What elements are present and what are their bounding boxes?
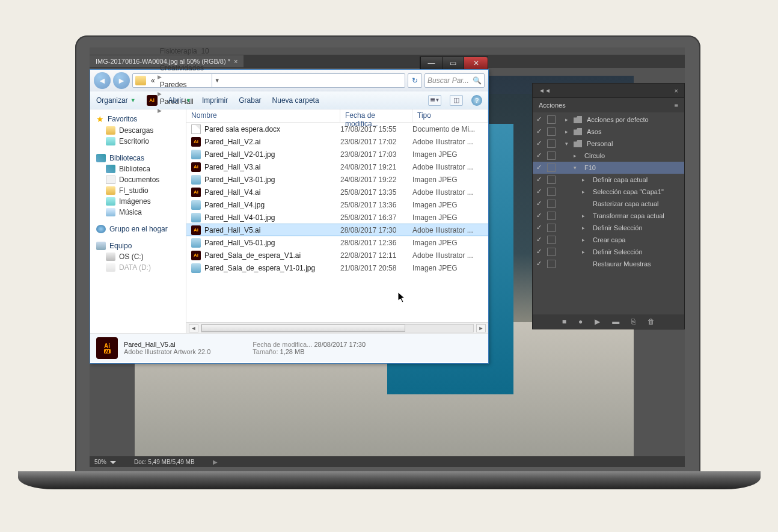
- sidebar-item-images[interactable]: Imágenes: [93, 196, 183, 207]
- dialog-toggle[interactable]: [547, 236, 556, 244]
- stop-icon[interactable]: ■: [562, 317, 566, 326]
- close-icon[interactable]: ×: [675, 87, 678, 94]
- panel-menu-icon[interactable]: ≡: [675, 102, 678, 109]
- burn-button[interactable]: Grabar: [239, 96, 261, 105]
- dialog-toggle[interactable]: [547, 248, 556, 256]
- dialog-toggle[interactable]: [547, 139, 556, 148]
- search-input[interactable]: Buscar Par... 🔍: [424, 73, 485, 88]
- action-item[interactable]: ✓▸Definir Selección: [533, 222, 684, 234]
- trash-icon[interactable]: 🗑: [648, 317, 655, 326]
- file-row[interactable]: Pared_Hall_V2-01.jpg23/08/2017 17:03Imag…: [186, 148, 488, 161]
- refresh-button[interactable]: ↻: [408, 73, 422, 88]
- file-row[interactable]: AiPared_Hall_V5.ai28/08/2017 17:30Adobe …: [186, 224, 488, 236]
- disclosure-icon[interactable]: ▸: [582, 177, 588, 183]
- close-button[interactable]: ✕: [464, 57, 488, 69]
- sidebar-favorites[interactable]: ★Favoritos: [93, 113, 183, 125]
- sidebar-item-flstudio[interactable]: Fl_studio: [93, 185, 183, 196]
- new-folder-button[interactable]: Nueva carpeta: [272, 96, 319, 105]
- disclosure-icon[interactable]: ▸: [574, 153, 580, 159]
- dialog-toggle[interactable]: [547, 188, 556, 196]
- dialog-toggle[interactable]: [547, 200, 556, 208]
- column-type[interactable]: Tipo: [412, 109, 488, 122]
- minimize-button[interactable]: —: [420, 57, 442, 69]
- disclosure-icon[interactable]: ▸: [565, 129, 571, 135]
- preview-pane-button[interactable]: ◫: [450, 95, 463, 106]
- zoom-level[interactable]: 50%: [94, 459, 116, 465]
- disclosure-icon[interactable]: ▸: [582, 225, 588, 231]
- action-item[interactable]: ✓▸Selección capa "Capa1": [533, 186, 684, 198]
- sidebar-computer[interactable]: Equipo: [93, 240, 183, 251]
- file-row[interactable]: Pared_Hall_V4-01.jpg25/08/2017 16:37Imag…: [186, 211, 488, 224]
- disclosure-icon[interactable]: ▸: [582, 213, 588, 219]
- sidebar-item-datad[interactable]: DATA (D:): [93, 262, 183, 273]
- action-item[interactable]: ✓▾Personal: [533, 138, 684, 150]
- dialog-toggle[interactable]: [547, 260, 556, 268]
- action-item[interactable]: ✓▸Definir capa actual: [533, 174, 684, 186]
- open-menu[interactable]: Abrir ▼: [168, 96, 191, 105]
- sidebar-item-library[interactable]: Biblioteca: [93, 164, 183, 174]
- record-icon[interactable]: ●: [578, 317, 583, 326]
- column-name[interactable]: Nombre: [186, 109, 340, 122]
- file-row[interactable]: Pared_Sala_de_espera_V1-01.jpg21/08/2017…: [186, 261, 488, 274]
- sidebar-homegroup[interactable]: Grupo en el hogar: [93, 224, 183, 234]
- action-item[interactable]: ✓▸Transformar capa actual: [533, 210, 684, 222]
- column-date[interactable]: Fecha de modifica...: [340, 109, 412, 122]
- file-row[interactable]: Pared_Hall_V5-01.jpg28/08/2017 12:36Imag…: [186, 236, 488, 249]
- breadcrumb-overflow[interactable]: «: [149, 76, 158, 85]
- file-row[interactable]: AiPared_Sala_de_espera_V1.ai22/08/2017 1…: [186, 249, 488, 261]
- dialog-toggle[interactable]: [547, 151, 556, 160]
- breadcrumb-dropdown[interactable]: ▼: [212, 74, 222, 87]
- disclosure-icon[interactable]: ▾: [574, 165, 580, 171]
- action-item[interactable]: ✓Restaurar Muestras: [533, 258, 684, 270]
- file-row[interactable]: Pared_Hall_V3-01.jpg24/08/2017 19:22Imag…: [186, 173, 488, 186]
- print-button[interactable]: Imprimir: [202, 96, 228, 105]
- scroll-left-icon[interactable]: ◄: [189, 324, 198, 332]
- file-row[interactable]: AiPared_Hall_V4.ai25/08/2017 13:35Adobe …: [186, 186, 488, 198]
- panel-collapse-icons[interactable]: ◄◄: [539, 87, 551, 94]
- action-item[interactable]: ✓▸Acciones por defecto: [533, 114, 684, 126]
- organize-menu[interactable]: Organizar ▼: [96, 96, 136, 105]
- sidebar-item-documents[interactable]: Documentos: [93, 174, 183, 185]
- disclosure-icon[interactable]: ▸: [565, 117, 571, 123]
- dialog-toggle[interactable]: [547, 224, 556, 232]
- action-item[interactable]: ✓▾F10: [533, 162, 684, 174]
- close-icon[interactable]: ×: [234, 58, 237, 65]
- action-item[interactable]: ✓▸Definir Selección: [533, 246, 684, 258]
- view-mode-button[interactable]: ≣▼: [428, 95, 441, 106]
- disclosure-icon[interactable]: ▸: [582, 249, 588, 255]
- dialog-toggle[interactable]: [547, 127, 556, 136]
- scroll-right-icon[interactable]: ►: [476, 324, 486, 332]
- file-row[interactable]: AiPared_Hall_V2.ai23/08/2017 17:02Adobe …: [186, 135, 488, 148]
- dialog-toggle[interactable]: [547, 115, 556, 124]
- new-action-icon[interactable]: ⎘: [631, 317, 636, 326]
- action-item[interactable]: ✓▸Circulo: [533, 150, 684, 162]
- sidebar-item-music[interactable]: Música: [93, 207, 183, 218]
- scrollbar-track[interactable]: [201, 324, 474, 332]
- nav-back-button[interactable]: ◄: [94, 72, 111, 89]
- scrollbar-thumb[interactable]: [201, 325, 405, 332]
- maximize-button[interactable]: ▭: [442, 57, 464, 69]
- sidebar-libraries[interactable]: Bibliotecas: [93, 153, 183, 164]
- status-arrow-icon[interactable]: ▶: [213, 459, 218, 465]
- action-item[interactable]: ✓▸Crear capa: [533, 234, 684, 246]
- file-row[interactable]: Pared sala espera.docx17/08/2017 15:55Do…: [186, 123, 488, 135]
- horizontal-scrollbar[interactable]: ◄ ►: [186, 322, 488, 333]
- sidebar-item-desktop[interactable]: Escritorio: [93, 136, 183, 147]
- disclosure-icon[interactable]: ▾: [565, 141, 571, 147]
- help-button[interactable]: ?: [471, 95, 482, 106]
- folder-icon[interactable]: ▬: [612, 317, 619, 326]
- disclosure-icon[interactable]: ▸: [582, 189, 588, 195]
- file-row[interactable]: Pared_Hall_V4.jpg25/08/2017 13:36Imagen …: [186, 198, 488, 211]
- nav-forward-button[interactable]: ►: [113, 72, 130, 89]
- play-icon[interactable]: ▶: [595, 317, 600, 326]
- breadcrumb[interactable]: « Fisioterapia_10▶Creatividades▶Paredes▶…: [132, 73, 405, 88]
- action-item[interactable]: ✓▸Asos: [533, 126, 684, 138]
- dialog-toggle[interactable]: [547, 164, 556, 172]
- sidebar-item-downloads[interactable]: Descargas: [93, 125, 183, 136]
- file-row[interactable]: AiPared_Hall_V3.ai24/08/2017 19:21Adobe …: [186, 161, 488, 173]
- sidebar-item-osc[interactable]: OS (C:): [93, 251, 183, 262]
- action-item[interactable]: ✓Rasterizar capa actual: [533, 198, 684, 210]
- dialog-toggle[interactable]: [547, 212, 556, 220]
- breadcrumb-segment[interactable]: Creatividades: [158, 64, 212, 72]
- dialog-toggle[interactable]: [547, 176, 556, 184]
